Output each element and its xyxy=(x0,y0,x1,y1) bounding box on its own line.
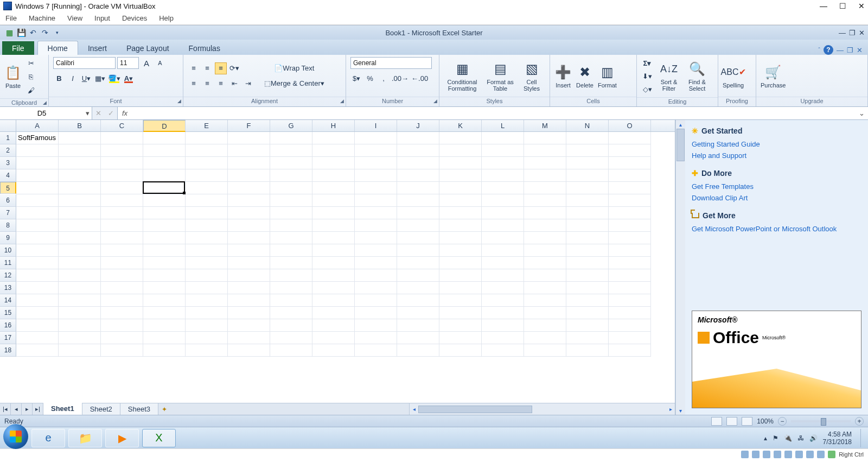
cell-G4[interactable] xyxy=(270,169,312,182)
cell-O6[interactable] xyxy=(609,194,651,207)
cell-M15[interactable] xyxy=(524,307,566,319)
cell-H12[interactable] xyxy=(312,269,355,282)
cell-J7[interactable] xyxy=(397,207,439,219)
cell-H11[interactable] xyxy=(312,257,355,269)
column-header-D[interactable]: D xyxy=(143,120,186,132)
column-header-M[interactable]: M xyxy=(524,120,566,131)
cell-C10[interactable] xyxy=(101,244,143,257)
link-clip-art[interactable]: Download Clip Art xyxy=(692,194,861,202)
cell-J6[interactable] xyxy=(397,194,439,207)
cell-M14[interactable] xyxy=(524,294,566,307)
vb-menu-machine[interactable]: Machine xyxy=(29,14,55,22)
tray-clock[interactable]: 4:58 AM 7/31/2018 xyxy=(823,431,855,446)
row-header-11[interactable]: 11 xyxy=(0,257,16,269)
cell-N6[interactable] xyxy=(566,194,609,207)
font-launcher[interactable]: ◢ xyxy=(177,98,181,104)
merge-center-button[interactable]: ⬚ Merge & Center ▾ xyxy=(261,78,327,90)
cell-H3[interactable] xyxy=(312,157,355,169)
cell-M6[interactable] xyxy=(524,194,566,207)
cell-N3[interactable] xyxy=(566,157,609,169)
cell-K5[interactable] xyxy=(439,182,482,194)
view-page-break-button[interactable] xyxy=(742,417,752,426)
cell-D14[interactable] xyxy=(143,294,186,307)
cell-O8[interactable] xyxy=(609,219,651,232)
cell-D10[interactable] xyxy=(143,244,186,257)
cell-B10[interactable] xyxy=(59,244,101,257)
cell-L14[interactable] xyxy=(482,294,524,307)
cell-H7[interactable] xyxy=(312,207,355,219)
cell-D12[interactable] xyxy=(143,269,186,282)
cell-E1[interactable] xyxy=(186,132,228,144)
cell-J1[interactable] xyxy=(397,132,439,144)
cell-O9[interactable] xyxy=(609,232,651,244)
column-header-K[interactable]: K xyxy=(439,120,482,131)
decrease-decimal-button[interactable]: ←.00 xyxy=(411,72,429,84)
cell-E10[interactable] xyxy=(186,244,228,257)
cell-C17[interactable] xyxy=(101,332,143,344)
row-header-10[interactable]: 10 xyxy=(0,244,16,257)
cell-L6[interactable] xyxy=(482,194,524,207)
spreadsheet-grid[interactable]: ABCDEFGHIJKLMNO 1SoftFamous2345678910111… xyxy=(0,120,675,415)
workbook-close[interactable]: ✕ xyxy=(857,46,863,54)
excel-close-button[interactable]: ✕ xyxy=(859,29,865,37)
cell-B15[interactable] xyxy=(59,307,101,319)
taskbar-ie-button[interactable]: e xyxy=(31,429,65,447)
cell-D18[interactable] xyxy=(143,344,186,357)
cell-N15[interactable] xyxy=(566,307,609,319)
cell-G16[interactable] xyxy=(270,319,312,332)
cell-K17[interactable] xyxy=(439,332,482,344)
row-header-5[interactable]: 5 xyxy=(0,182,16,194)
format-as-table-button[interactable]: ▤Format as Table xyxy=(486,60,514,92)
cell-E16[interactable] xyxy=(186,319,228,332)
cell-G8[interactable] xyxy=(270,219,312,232)
align-bottom-button[interactable]: ≡ xyxy=(215,62,227,74)
cell-F6[interactable] xyxy=(228,194,270,207)
row-header-13[interactable]: 13 xyxy=(0,282,16,294)
cell-M11[interactable] xyxy=(524,257,566,269)
font-family-select[interactable] xyxy=(53,57,116,69)
cell-M7[interactable] xyxy=(524,207,566,219)
align-middle-button[interactable]: ≡ xyxy=(201,62,213,74)
cell-N12[interactable] xyxy=(566,269,609,282)
cell-I9[interactable] xyxy=(355,232,397,244)
row-header-6[interactable]: 6 xyxy=(0,194,16,207)
cell-B12[interactable] xyxy=(59,269,101,282)
underline-button[interactable]: U▾ xyxy=(80,72,92,84)
cell-L2[interactable] xyxy=(482,144,524,157)
cell-E8[interactable] xyxy=(186,219,228,232)
cell-I8[interactable] xyxy=(355,219,397,232)
cell-I12[interactable] xyxy=(355,269,397,282)
cell-N4[interactable] xyxy=(566,169,609,182)
cell-G10[interactable] xyxy=(270,244,312,257)
decrease-indent-button[interactable]: ⇤ xyxy=(228,78,240,90)
clear-button[interactable]: ◇▾ xyxy=(641,83,653,95)
zoom-out-button[interactable]: − xyxy=(778,417,787,426)
cell-J2[interactable] xyxy=(397,144,439,157)
font-size-select[interactable] xyxy=(117,57,139,69)
cell-G7[interactable] xyxy=(270,207,312,219)
cell-B1[interactable] xyxy=(59,132,101,144)
cell-I6[interactable] xyxy=(355,194,397,207)
cell-M13[interactable] xyxy=(524,282,566,294)
cell-M12[interactable] xyxy=(524,269,566,282)
alignment-launcher[interactable]: ◢ xyxy=(340,98,344,104)
cell-G1[interactable] xyxy=(270,132,312,144)
excel-icon[interactable]: ▦ xyxy=(3,27,15,38)
cell-A12[interactable] xyxy=(16,269,59,282)
vb-minimize-button[interactable]: — xyxy=(820,2,827,10)
cell-I5[interactable] xyxy=(355,182,397,194)
vb-mouse-icon[interactable] xyxy=(817,451,825,458)
cell-I3[interactable] xyxy=(355,157,397,169)
vb-menu-help[interactable]: Help xyxy=(159,14,174,22)
cell-A5[interactable] xyxy=(16,182,59,194)
sheet-nav-prev[interactable]: ◂ xyxy=(11,403,22,415)
tray-show-hidden-icon[interactable]: ▴ xyxy=(764,434,767,442)
column-header-J[interactable]: J xyxy=(397,120,439,131)
link-help-support[interactable]: Help and Support xyxy=(692,151,861,160)
cell-N1[interactable] xyxy=(566,132,609,144)
cell-M2[interactable] xyxy=(524,144,566,157)
cell-J12[interactable] xyxy=(397,269,439,282)
cell-L11[interactable] xyxy=(482,257,524,269)
cell-L10[interactable] xyxy=(482,244,524,257)
vb-shared-folder-icon[interactable] xyxy=(784,451,792,458)
